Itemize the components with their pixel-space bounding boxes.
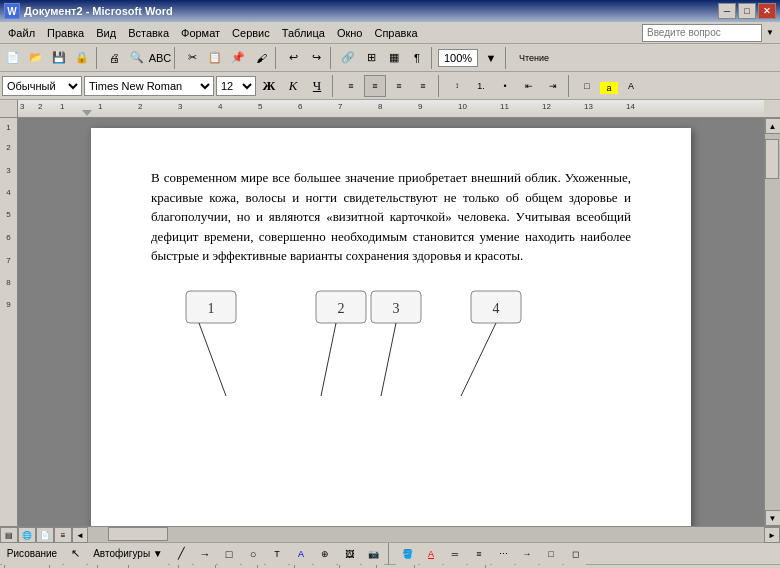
textbox-tool[interactable]: T xyxy=(266,543,288,565)
font-select[interactable]: Times New Roman xyxy=(84,76,214,96)
clip-art-tool[interactable]: 🖼 xyxy=(338,543,360,565)
h-scroll-thumb[interactable] xyxy=(108,527,168,541)
normal-view-button[interactable]: ▤ xyxy=(0,527,18,543)
undo-button[interactable]: ↩ xyxy=(282,47,304,69)
outside-border-button[interactable]: □ xyxy=(576,75,598,97)
italic-button[interactable]: К xyxy=(282,75,304,97)
new-button[interactable]: 📄 xyxy=(2,47,24,69)
print-button[interactable]: 🖨 xyxy=(103,47,125,69)
menu-format[interactable]: Формат xyxy=(175,25,226,41)
open-button[interactable]: 📂 xyxy=(25,47,47,69)
print-view-button[interactable]: 📄 xyxy=(36,527,54,543)
title-bar: W Документ2 - Microsoft Word ─ □ ✕ xyxy=(0,0,780,22)
bold-button[interactable]: Ж xyxy=(258,75,280,97)
fill-color-button[interactable]: 🪣 xyxy=(396,543,418,565)
arrow-tool[interactable]: → xyxy=(194,543,216,565)
maximize-button[interactable]: □ xyxy=(738,3,756,19)
outline-view-button[interactable]: ≡ xyxy=(54,527,72,543)
menu-help[interactable]: Справка xyxy=(368,25,423,41)
menu-view[interactable]: Вид xyxy=(90,25,122,41)
zoom-input[interactable] xyxy=(438,49,478,67)
diagram-tool[interactable]: ⊕ xyxy=(314,543,336,565)
hyperlink-button[interactable]: 🔗 xyxy=(337,47,359,69)
decrease-indent-button[interactable]: ⇤ xyxy=(518,75,540,97)
font-color-draw-button[interactable]: ═ xyxy=(444,543,466,565)
table-button[interactable]: ⊞ xyxy=(360,47,382,69)
arrow-style-button[interactable]: → xyxy=(516,543,538,565)
save-button[interactable]: 💾 xyxy=(48,47,70,69)
menu-edit[interactable]: Правка xyxy=(41,25,90,41)
status-bar: Стр. 1 Разд 1 1/1 На 2см Ст 1 Кол 1 ЗАП … xyxy=(0,564,780,568)
select-button[interactable]: ↖ xyxy=(64,543,86,565)
align-left-button[interactable]: ≡ xyxy=(340,75,362,97)
web-view-button[interactable]: 🌐 xyxy=(18,527,36,543)
shadow-button[interactable]: □ xyxy=(540,543,562,565)
bottom-scroll-area: ▤ 🌐 📄 ≡ ◄ ► xyxy=(0,526,780,542)
autoshapes-button[interactable]: Автофигуры ▼ xyxy=(88,543,168,565)
wordart-tool[interactable]: A xyxy=(290,543,312,565)
zoom-dropdown[interactable]: ▼ xyxy=(480,47,502,69)
scroll-right-button[interactable]: ► xyxy=(764,527,780,543)
sep5 xyxy=(431,47,435,69)
search-area: ▼ xyxy=(642,24,778,42)
svg-line-11 xyxy=(461,323,496,396)
scroll-down-button[interactable]: ▼ xyxy=(765,510,781,526)
show-hide-button[interactable]: ¶ xyxy=(406,47,428,69)
vertical-scrollbar: ▲ ▼ xyxy=(764,118,780,526)
scroll-thumb[interactable] xyxy=(765,139,779,179)
3d-button[interactable]: ◻ xyxy=(564,543,586,565)
permission-button[interactable]: 🔒 xyxy=(71,47,93,69)
menu-file[interactable]: Файл xyxy=(2,25,41,41)
dash-style-button[interactable]: ⋯ xyxy=(492,543,514,565)
line-color-button[interactable]: A xyxy=(420,543,442,565)
justify-button[interactable]: ≡ xyxy=(412,75,434,97)
line-spacing-button[interactable]: ↕ xyxy=(446,75,468,97)
picture-tool[interactable]: 📷 xyxy=(362,543,384,565)
increase-indent-button[interactable]: ⇥ xyxy=(542,75,564,97)
copy-button[interactable]: 📋 xyxy=(204,47,226,69)
draw-menu-button[interactable]: Рисование xyxy=(2,543,62,565)
spell-button[interactable]: ABC xyxy=(149,47,171,69)
sep3 xyxy=(275,47,279,69)
bullets-button[interactable]: • xyxy=(494,75,516,97)
scroll-up-button[interactable]: ▲ xyxy=(765,118,781,134)
font-size-select[interactable]: 12 xyxy=(216,76,256,96)
redo-button[interactable]: ↪ xyxy=(305,47,327,69)
cut-button[interactable]: ✂ xyxy=(181,47,203,69)
sep6 xyxy=(505,47,509,69)
minimize-button[interactable]: ─ xyxy=(718,3,736,19)
align-right-button[interactable]: ≡ xyxy=(388,75,410,97)
toolbar2: Обычный Times New Roman 12 Ж К Ч ≡ ≡ ≡ ≡… xyxy=(0,72,780,100)
menu-window[interactable]: Окно xyxy=(331,25,369,41)
scroll-track xyxy=(765,134,780,510)
search-input[interactable] xyxy=(642,24,762,42)
line-style-button[interactable]: ≡ xyxy=(468,543,490,565)
menu-table[interactable]: Таблица xyxy=(276,25,331,41)
sep2 xyxy=(174,47,178,69)
style-select[interactable]: Обычный xyxy=(2,76,82,96)
sep-fmt xyxy=(332,75,336,97)
numbering-button[interactable]: 1. xyxy=(470,75,492,97)
rect-tool[interactable]: □ xyxy=(218,543,240,565)
sep-fmt3 xyxy=(568,75,572,97)
main-area: 1 2 3 4 5 6 7 8 9 В современном мире все… xyxy=(0,118,780,526)
preview-button[interactable]: 🔍 xyxy=(126,47,148,69)
columns-button[interactable]: ▦ xyxy=(383,47,405,69)
svg-line-5 xyxy=(321,323,336,396)
search-button[interactable]: ▼ xyxy=(762,24,778,42)
menu-tools[interactable]: Сервис xyxy=(226,25,276,41)
line-tool[interactable]: ╱ xyxy=(170,543,192,565)
document-page[interactable]: В современном мире все большее значение … xyxy=(91,128,691,526)
callout-svg: 1 2 3 4 xyxy=(151,286,631,426)
paste-button[interactable]: 📌 xyxy=(227,47,249,69)
close-button[interactable]: ✕ xyxy=(758,3,776,19)
oval-tool[interactable]: ○ xyxy=(242,543,264,565)
scroll-left-button[interactable]: ◄ xyxy=(72,527,88,543)
reading-mode-button[interactable]: Чтение xyxy=(512,47,556,69)
font-color-button[interactable]: A xyxy=(620,75,642,97)
underline-button[interactable]: Ч xyxy=(306,75,328,97)
format-painter[interactable]: 🖌 xyxy=(250,47,272,69)
align-center-button[interactable]: ≡ xyxy=(364,75,386,97)
menu-insert[interactable]: Вставка xyxy=(122,25,175,41)
highlight-button[interactable]: a xyxy=(600,82,618,94)
